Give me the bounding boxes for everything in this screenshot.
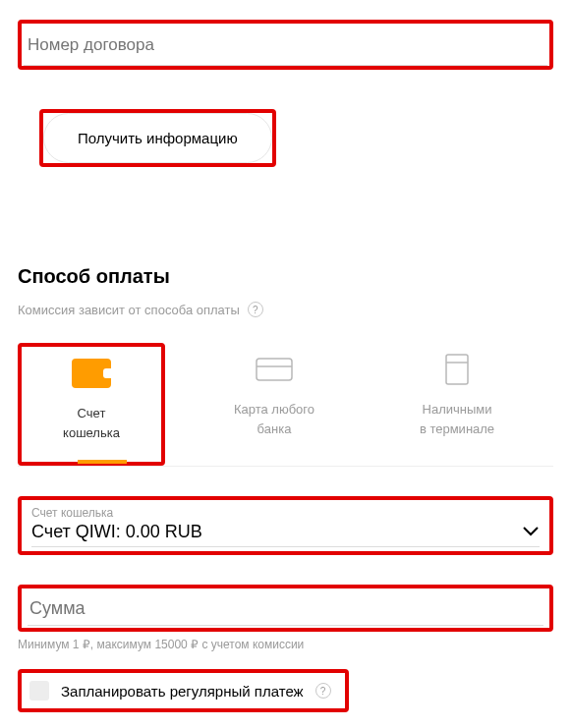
schedule-label: Запланировать регулярный платеж xyxy=(61,683,304,700)
commission-text: Комиссия зависит от способа оплаты xyxy=(18,303,240,317)
svg-rect-2 xyxy=(446,355,468,384)
wallet-account-value-row: Счет QIWI: 0.00 RUB xyxy=(31,522,540,547)
wallet-account-label: Счет кошелька xyxy=(31,506,540,520)
schedule-help-icon[interactable]: ? xyxy=(315,683,331,699)
commission-info: Комиссия зависит от способа оплаты ? xyxy=(18,302,553,317)
contract-number-input[interactable] xyxy=(24,26,547,66)
get-info-wrap: Получить информацию xyxy=(39,109,276,167)
payment-method-title: Способ оплаты xyxy=(18,265,553,288)
schedule-payment-row[interactable]: Запланировать регулярный платеж ? xyxy=(18,669,349,712)
svg-rect-0 xyxy=(257,359,292,380)
card-icon xyxy=(255,355,294,384)
payment-method-card[interactable]: Карта любого банка xyxy=(200,343,348,466)
terminal-icon xyxy=(437,355,477,384)
wallet-account-value: Счет QIWI: 0.00 RUB xyxy=(31,522,202,542)
commission-help-icon[interactable]: ? xyxy=(248,302,263,317)
amount-hint: Минимум 1 ₽, максимум 15000 ₽ с учетом к… xyxy=(18,638,553,651)
payment-methods-row: Счет кошелька Карта любого банка Наличны… xyxy=(18,343,553,467)
contract-number-field-highlight xyxy=(18,20,553,70)
get-info-button[interactable]: Получить информацию xyxy=(43,113,272,163)
card-label: Карта любого банка xyxy=(234,400,314,438)
wallet-account-select[interactable]: Счет кошелька Счет QIWI: 0.00 RUB xyxy=(18,496,553,555)
get-info-highlight: Получить информацию xyxy=(39,109,276,167)
amount-field-highlight xyxy=(18,585,553,632)
amount-input[interactable] xyxy=(28,592,543,626)
wallet-label: Счет кошелька xyxy=(63,404,120,442)
payment-method-wallet[interactable]: Счет кошелька xyxy=(18,343,165,466)
wallet-icon xyxy=(72,359,111,388)
cash-label: Наличными в терминале xyxy=(420,400,494,438)
schedule-checkbox[interactable] xyxy=(29,681,49,700)
get-info-label: Получить информацию xyxy=(78,130,238,146)
payment-method-cash[interactable]: Наличными в терминале xyxy=(383,343,531,466)
chevron-down-icon xyxy=(522,524,540,541)
